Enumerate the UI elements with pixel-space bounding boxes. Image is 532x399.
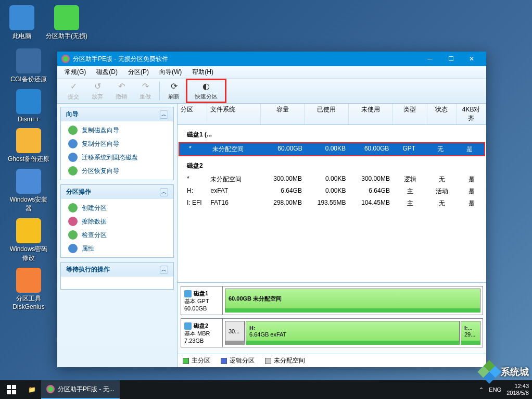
column-header[interactable]: 已使用: [305, 104, 349, 124]
taskbar: 📁 分区助手PE版 - 无... ⌃ ENG 12:43 2018/5/8: [0, 380, 532, 399]
ops-panel: 分区操作 ︿ 创建分区擦除数据检查分区属性: [60, 184, 174, 258]
wizard-panel: 向导 ︿ 复制磁盘向导复制分区向导迁移系统到固态磁盘分区恢复向导: [60, 107, 174, 180]
table-row[interactable]: I: EFIFAT16298.00MB193.55MB104.45MB主无是: [178, 197, 486, 209]
minimize-button[interactable]: ─: [420, 52, 440, 66]
watermark: 系统城: [481, 364, 529, 380]
column-header[interactable]: 文件系统: [207, 104, 261, 124]
menubar: 常规(G)磁盘(D)分区(P)向导(W)帮助(H): [57, 66, 486, 79]
partition-bar[interactable]: 30...: [225, 321, 245, 345]
svg-rect-3: [12, 390, 16, 394]
desktop-icon[interactable]: Ghost备份还原: [8, 128, 49, 164]
menu-item[interactable]: 帮助(H): [187, 68, 219, 77]
desktop-icon[interactable]: CGI备份还原: [8, 48, 49, 84]
column-header[interactable]: 状态: [427, 104, 457, 124]
sidebar-item[interactable]: 复制磁盘向导: [61, 123, 173, 137]
toolbar-提交: ✓提交: [61, 80, 85, 102]
window-title: 分区助手PE版 - 无损分区免费软件: [73, 55, 168, 64]
desktop-icon[interactable]: 此电脑: [1, 5, 43, 41]
sidebar: 向导 ︿ 复制磁盘向导复制分区向导迁移系统到固态磁盘分区恢复向导 分区操作 ︿ …: [57, 104, 177, 367]
titlebar: 分区助手PE版 - 无损分区免费软件 ─ ☐ ✕: [57, 52, 486, 66]
chevron-up-icon[interactable]: ︿: [160, 266, 168, 274]
sidebar-item[interactable]: 检查分区: [61, 228, 173, 242]
desktop: 此电脑分区助手(无损)CGI备份还原Dism++Ghost备份还原Windows…: [0, 0, 57, 316]
legend-item: 主分区: [183, 356, 210, 365]
menu-item[interactable]: 磁盘(D): [91, 68, 123, 77]
menu-item[interactable]: 向导(W): [154, 68, 187, 77]
column-header[interactable]: 容量: [261, 104, 305, 124]
desktop-icon[interactable]: 分区助手(无损): [46, 5, 87, 41]
toolbar: ✓提交↺放弃↶撤销↷重做⟳刷新◐快速分区: [57, 79, 486, 104]
app-icon: [61, 55, 70, 63]
menu-item[interactable]: 常规(G): [59, 68, 91, 77]
pending-panel-header[interactable]: 等待执行的操作 ︿: [61, 263, 173, 277]
system-tray[interactable]: ⌃ ENG 12:43 2018/5/8: [479, 383, 532, 396]
close-button[interactable]: ✕: [461, 52, 482, 66]
grid-header: 分区文件系统容量已使用未使用类型状态4KB对齐: [178, 104, 486, 125]
disk-bar[interactable]: 磁盘1基本 GPT60.00GB60.00GB 未分配空间: [181, 286, 483, 315]
table-row[interactable]: *未分配空间60.00GB0.00KB60.00GBGPT无是: [179, 142, 485, 156]
pending-panel: 等待执行的操作 ︿: [60, 262, 174, 290]
disk-title: 磁盘2: [178, 156, 486, 173]
column-header[interactable]: 分区: [178, 104, 207, 124]
chevron-up-icon[interactable]: ︿: [160, 188, 168, 196]
sidebar-item[interactable]: 擦除数据: [61, 215, 173, 228]
toolbar-放弃: ↺放弃: [85, 80, 109, 102]
legend-item: 逻辑分区: [221, 356, 255, 365]
desktop-icon[interactable]: Windows密码修改: [8, 218, 49, 263]
watermark-logo-icon: [477, 360, 501, 383]
sidebar-item[interactable]: 迁移系统到固态磁盘: [61, 151, 173, 164]
taskbar-app[interactable]: 分区助手PE版 - 无...: [41, 380, 120, 399]
column-header[interactable]: 4KB对齐: [457, 104, 486, 124]
svg-rect-1: [12, 385, 16, 389]
main-area: 分区文件系统容量已使用未使用类型状态4KB对齐 磁盘1 (...*未分配空间60…: [177, 104, 486, 367]
desktop-icon[interactable]: Windows安装器: [8, 169, 49, 213]
toolbar-快速分区[interactable]: ◐快速分区: [186, 79, 226, 103]
toolbar-撤销: ↶撤销: [109, 80, 133, 102]
column-header[interactable]: 未使用: [349, 104, 393, 124]
partition-grid: 磁盘1 (...*未分配空间60.00GB0.00KB60.00GBGPT无是磁…: [178, 125, 486, 282]
sidebar-item[interactable]: 属性: [61, 242, 173, 255]
toolbar-刷新[interactable]: ⟳刷新: [162, 80, 186, 102]
disk-visualization: 磁盘1基本 GPT60.00GB60.00GB 未分配空间磁盘2基本 MBR7.…: [178, 282, 486, 354]
sidebar-item[interactable]: 分区恢复向导: [61, 164, 173, 178]
menu-item[interactable]: 分区(P): [123, 68, 154, 77]
partition-assistant-window: 分区助手PE版 - 无损分区免费软件 ─ ☐ ✕ 常规(G)磁盘(D)分区(P)…: [57, 52, 486, 367]
legend: 主分区逻辑分区未分配空间: [178, 354, 486, 367]
sidebar-item[interactable]: 创建分区: [61, 201, 173, 215]
svg-rect-0: [7, 385, 11, 389]
chevron-up-icon[interactable]: ︿: [160, 110, 168, 119]
wizard-panel-header[interactable]: 向导 ︿: [61, 107, 173, 121]
desktop-icon[interactable]: 分区工具DiskGenius: [8, 268, 49, 310]
desktop-icon[interactable]: Dism++: [8, 89, 49, 123]
disk-title: 磁盘1 (...: [178, 125, 486, 142]
partition-bar[interactable]: I:...29...: [461, 321, 480, 345]
legend-item: 未分配空间: [265, 356, 305, 365]
table-row[interactable]: *未分配空间300.00MB0.00KB300.00MB逻辑无是: [178, 173, 486, 185]
svg-rect-2: [7, 390, 11, 394]
maximize-button[interactable]: ☐: [440, 52, 461, 66]
column-header[interactable]: 类型: [393, 104, 427, 124]
ops-panel-header[interactable]: 分区操作 ︿: [61, 185, 173, 199]
disk-bar[interactable]: 磁盘2基本 MBR7.23GB30...H:6.64GB exFATI:...2…: [181, 318, 483, 347]
partition-bar[interactable]: H:6.64GB exFAT: [246, 321, 460, 345]
toolbar-重做: ↷重做: [133, 80, 157, 102]
file-explorer-taskbar[interactable]: 📁: [23, 380, 41, 399]
partition-bar[interactable]: 60.00GB 未分配空间: [225, 289, 480, 313]
table-row[interactable]: H:exFAT6.64GB0.00KB6.64GB主活动是: [178, 185, 486, 197]
start-button[interactable]: [0, 380, 23, 399]
sidebar-item[interactable]: 复制分区向导: [61, 137, 173, 151]
